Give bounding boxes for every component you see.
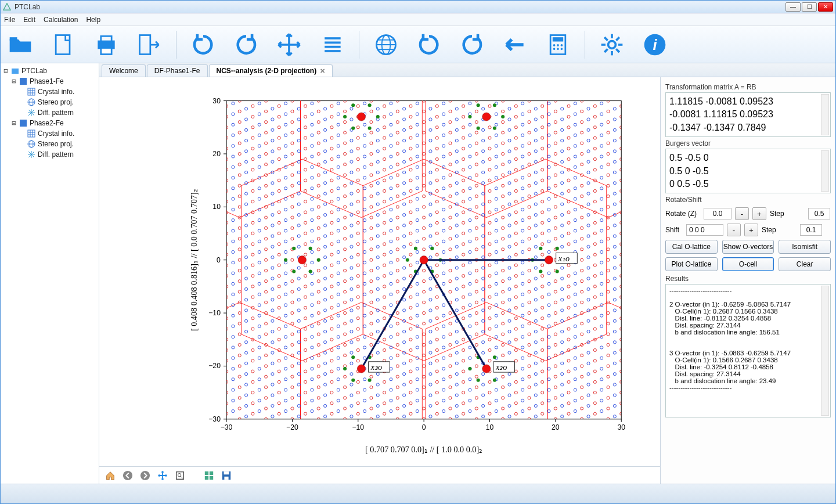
svg-point-774 bbox=[356, 391, 359, 394]
svg-point-1161 bbox=[442, 282, 445, 285]
tree-phase2-stereo[interactable]: Stereo proj. bbox=[19, 139, 98, 149]
svg-point-710 bbox=[344, 407, 347, 410]
menu-edit[interactable]: Edit bbox=[23, 16, 35, 24]
shift-minus-button[interactable]: - bbox=[727, 224, 741, 236]
tree-phase2-crystal[interactable]: Crystal info. bbox=[19, 128, 98, 139]
svg-point-344 bbox=[265, 407, 268, 410]
svg-point-1733 bbox=[561, 160, 564, 163]
svg-point-754 bbox=[344, 174, 347, 177]
rotate-cw-2-icon[interactable] bbox=[413, 28, 445, 61]
svg-point-802 bbox=[356, 243, 359, 246]
svg-point-1209 bbox=[455, 351, 458, 354]
scrollbar-icon[interactable] bbox=[821, 286, 829, 416]
tree-phase2-diff[interactable]: Diff. pattern bbox=[19, 149, 98, 160]
tree-phase1-crystal[interactable]: Crystal info. bbox=[19, 87, 98, 97]
svg-point-1002 bbox=[396, 152, 399, 155]
svg-point-1434 bbox=[488, 126, 491, 129]
cal-o-lattice-button[interactable]: Cal O-lattice bbox=[665, 240, 718, 254]
svg-point-358 bbox=[265, 333, 268, 336]
svg-point-2082 bbox=[351, 355, 355, 359]
svg-point-555 bbox=[311, 261, 314, 264]
svg-point-1364 bbox=[475, 174, 478, 177]
move-icon[interactable] bbox=[273, 28, 305, 61]
burgers-box[interactable]: 0.5 -0.5 0 0.5 0 -0.5 0 0.5 -0.5 bbox=[665, 149, 831, 193]
svg-point-1642 bbox=[541, 317, 544, 320]
svg-point-480 bbox=[291, 333, 294, 336]
taskbar bbox=[1, 484, 835, 503]
subplots-icon[interactable] bbox=[203, 469, 215, 482]
svg-point-1244 bbox=[449, 163, 452, 166]
tab-df-phase1[interactable]: DF-Phase1-Fe bbox=[147, 64, 208, 77]
tree-phase2[interactable]: ⊟Phase2-Fe bbox=[11, 118, 98, 128]
svg-point-558 bbox=[304, 243, 307, 246]
plot-o-lattice-button[interactable]: Plot O-lattice bbox=[665, 257, 718, 271]
tree-root[interactable]: ⊟PTCLab bbox=[3, 66, 98, 76]
rotate-cw-icon[interactable] bbox=[187, 28, 219, 61]
print-icon[interactable] bbox=[90, 28, 122, 61]
pan-icon[interactable] bbox=[156, 469, 169, 482]
svg-point-1125 bbox=[429, 150, 432, 153]
maximize-button[interactable]: ☐ bbox=[802, 2, 817, 12]
tree-phase1-diff[interactable]: Diff. pattern bbox=[19, 107, 98, 118]
svg-point-860 bbox=[370, 258, 373, 261]
zoom-box-icon[interactable] bbox=[174, 469, 186, 482]
svg-point-674 bbox=[330, 275, 333, 278]
list-icon[interactable] bbox=[316, 28, 348, 61]
shift-input[interactable] bbox=[686, 224, 723, 236]
results-box[interactable]: ---------------------------- 2 O-vector … bbox=[665, 284, 831, 417]
rotate-step-input[interactable] bbox=[808, 208, 830, 219]
menu-file[interactable]: File bbox=[4, 16, 15, 24]
home-icon[interactable] bbox=[104, 469, 117, 482]
scrollbar-icon[interactable] bbox=[821, 94, 829, 135]
shift-step-input[interactable] bbox=[800, 224, 822, 236]
back-icon[interactable] bbox=[121, 469, 134, 482]
settings-icon[interactable] bbox=[596, 28, 628, 61]
forward-icon[interactable] bbox=[139, 469, 152, 482]
open-icon[interactable] bbox=[4, 28, 37, 61]
tab-welcome[interactable]: Welcome bbox=[102, 64, 146, 77]
globe-icon[interactable] bbox=[370, 28, 402, 61]
arrow-left-icon[interactable] bbox=[499, 28, 531, 61]
new-icon[interactable] bbox=[47, 28, 80, 61]
info-icon[interactable]: i bbox=[639, 28, 671, 61]
svg-point-542 bbox=[304, 327, 307, 330]
save-icon[interactable] bbox=[220, 469, 233, 482]
rotate-input[interactable] bbox=[704, 208, 732, 219]
rotate-minus-button[interactable]: - bbox=[735, 207, 749, 220]
rotate-plus-button[interactable]: + bbox=[752, 207, 766, 220]
minimize-button[interactable]: — bbox=[785, 2, 801, 12]
tree-phase1[interactable]: ⊟Phase1-Fe bbox=[11, 76, 98, 87]
show-o-vectors-button[interactable]: Show O-vectors bbox=[722, 240, 774, 254]
svg-point-1016 bbox=[409, 402, 412, 405]
svg-point-897 bbox=[390, 388, 392, 391]
svg-point-1805 bbox=[574, 102, 576, 105]
svg-point-1580 bbox=[528, 322, 531, 325]
svg-point-189 bbox=[232, 261, 235, 264]
svg-point-272 bbox=[238, 142, 241, 145]
svg-point-232 bbox=[238, 354, 241, 357]
exit-icon[interactable] bbox=[133, 28, 165, 61]
matrix-box[interactable]: 1.11815 -0.0081 0.09523 -0.0081 1.11815 … bbox=[665, 92, 831, 137]
svg-point-596 bbox=[317, 365, 320, 368]
svg-point-584 bbox=[304, 105, 307, 107]
svg-point-1082 bbox=[423, 375, 426, 378]
close-button[interactable]: ✕ bbox=[818, 2, 833, 12]
clear-button[interactable]: Clear bbox=[779, 257, 831, 271]
svg-point-386 bbox=[265, 184, 268, 187]
menu-help[interactable]: Help bbox=[86, 16, 100, 24]
tree-phase1-stereo[interactable]: Stereo proj. bbox=[19, 97, 98, 107]
tab-label: DF-Phase1-Fe bbox=[154, 67, 200, 75]
chart[interactable]: −30−20−100102030−30−20−100102030[ 0.707 … bbox=[99, 77, 660, 466]
scrollbar-icon[interactable] bbox=[821, 150, 829, 192]
o-cell-button[interactable]: O-cell bbox=[722, 257, 774, 271]
tab-ncs-analysis[interactable]: NCS--analysis (2-D projection)✕ bbox=[209, 64, 333, 77]
svg-point-1455 bbox=[508, 341, 511, 344]
rotate-ccw-2-icon[interactable] bbox=[456, 28, 488, 61]
rotate-ccw-icon[interactable] bbox=[230, 28, 262, 61]
svg-point-423 bbox=[284, 314, 287, 317]
menu-calculation[interactable]: Calculation bbox=[44, 16, 78, 24]
shift-plus-button[interactable]: + bbox=[744, 224, 758, 236]
calculator-icon[interactable] bbox=[542, 28, 574, 61]
tab-close-icon[interactable]: ✕ bbox=[320, 67, 325, 75]
isomisfit-button[interactable]: Isomisfit bbox=[779, 240, 831, 254]
